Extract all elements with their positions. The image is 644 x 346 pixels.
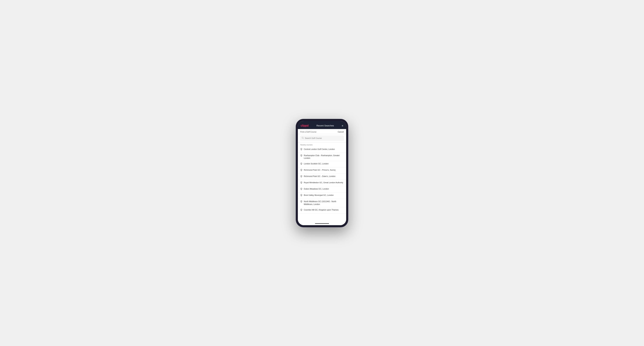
list-item[interactable]: Coombe Hill GC, Kingston upon Thames: [298, 207, 346, 213]
list-item[interactable]: North Middlesex GC (1011942 - North Midd…: [298, 199, 346, 207]
phone-device: clippd Recent Searches ≡ Find a Golf Cou…: [296, 119, 348, 227]
find-bar: Find a Golf Course Cancel: [298, 129, 346, 134]
location-pin-icon: [300, 175, 302, 178]
home-bar: [315, 223, 329, 224]
location-pin-icon: [300, 188, 302, 191]
course-name: Richmond Park GC - Prince's, Surrey: [304, 169, 336, 171]
page-title: Recent Searches: [316, 124, 334, 127]
course-name: Coombe Hill GC, Kingston upon Thames: [304, 209, 339, 211]
location-pin-icon: [300, 169, 302, 172]
location-pin-icon: [300, 209, 302, 212]
course-name: Central London Golf Centre, London: [304, 148, 335, 151]
location-pin-icon: [300, 148, 302, 151]
home-indicator: [298, 222, 346, 225]
location-pin-icon: [300, 181, 302, 185]
search-icon: [302, 137, 304, 140]
list-item[interactable]: London Scottish GC, London: [298, 161, 346, 167]
list-item[interactable]: Royal Wimbledon GC, Great London Authori…: [298, 180, 346, 186]
course-name: Royal Wimbledon GC, Great London Authori…: [304, 181, 343, 184]
app-header: clippd Recent Searches ≡: [298, 123, 346, 129]
location-pin-icon: [300, 194, 302, 197]
course-name: Richmond Park GC - Duke's, London: [304, 175, 336, 178]
location-pin-icon: [300, 163, 302, 166]
course-name: North Middlesex GC (1011942 - North Midd…: [304, 200, 344, 206]
list-item[interactable]: Dukes Meadows GC, London: [298, 186, 346, 192]
app-logo: clippd: [301, 124, 308, 127]
location-pin-icon: [300, 154, 302, 158]
search-box: [300, 136, 344, 141]
status-bar: [298, 121, 346, 123]
courses-list-area: Nearby courses Central London Golf Centr…: [298, 143, 346, 222]
phone-screen: clippd Recent Searches ≡ Find a Golf Cou…: [298, 121, 346, 225]
find-label: Find a Golf Course: [300, 131, 316, 133]
search-wrapper: [298, 134, 346, 143]
course-name: Dukes Meadows GC, London: [304, 187, 329, 190]
location-pin-icon: [300, 200, 302, 203]
nearby-courses-label: Nearby courses: [298, 143, 346, 147]
list-item[interactable]: Richmond Park GC - Duke's, London: [298, 173, 346, 180]
course-name: London Scottish GC, London: [304, 163, 328, 165]
list-item[interactable]: Central London Golf Centre, London: [298, 147, 346, 153]
list-item[interactable]: Richmond Park GC - Prince's, Surrey: [298, 167, 346, 173]
course-name: Roehampton Club - Roehampton, Greater Lo…: [304, 154, 344, 160]
course-name: Brent Valley Municipal GC, London: [304, 194, 334, 196]
search-input[interactable]: [305, 137, 342, 139]
menu-icon[interactable]: ≡: [342, 125, 343, 127]
list-item[interactable]: Brent Valley Municipal GC, London: [298, 192, 346, 199]
cancel-button[interactable]: Cancel: [338, 131, 344, 133]
list-item[interactable]: Roehampton Club - Roehampton, Greater Lo…: [298, 153, 346, 161]
svg-line-1: [303, 138, 304, 139]
